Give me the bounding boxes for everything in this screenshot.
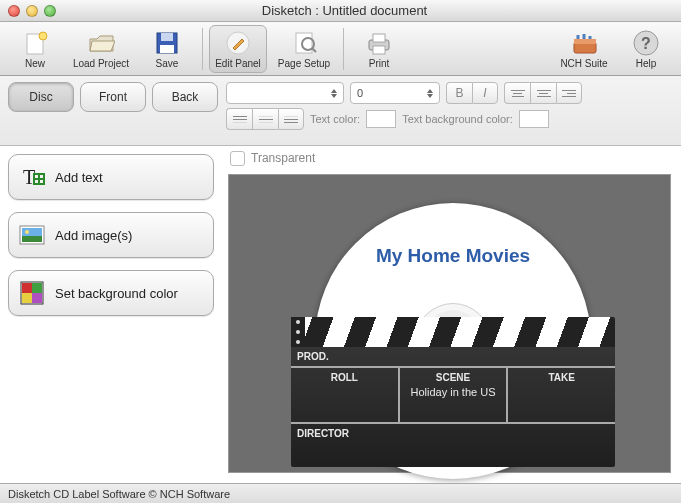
tab-disc[interactable]: Disc (8, 82, 74, 112)
clapper-scene-label: SCENE (436, 372, 470, 383)
status-bar: Disketch CD Label Software © NCH Softwar… (0, 483, 681, 503)
valign-top-button[interactable] (226, 108, 252, 130)
transparent-checkbox[interactable] (230, 151, 245, 166)
svg-rect-28 (32, 293, 42, 303)
svg-point-1 (39, 32, 47, 40)
clapperboard-image[interactable]: PROD. ROLL SCENEHoliday in the US TAKE D… (291, 317, 615, 467)
nch-suite-button[interactable]: NCH Suite (555, 25, 613, 73)
main-toolbar: New Load Project Save Edit Panel Page Se… (0, 22, 681, 76)
page-magnifier-icon (290, 29, 318, 57)
clapper-director-label: DIRECTOR (291, 424, 615, 443)
clapper-prod-label: PROD. (291, 347, 615, 366)
text-bg-color-swatch[interactable] (519, 110, 549, 128)
svg-rect-25 (22, 283, 32, 293)
toolbox-icon (570, 29, 598, 57)
help-button[interactable]: ? Help (617, 25, 675, 73)
format-bar: Disc Front Back 0 B I (0, 76, 681, 146)
clapper-stripes (291, 317, 615, 347)
add-text-icon: T (19, 164, 45, 190)
font-family-select[interactable] (226, 82, 344, 104)
toolbar-separator (202, 28, 203, 70)
floppy-disk-icon (153, 29, 181, 57)
printer-icon (365, 29, 393, 57)
add-text-button[interactable]: T Add text (8, 154, 214, 200)
svg-line-8 (312, 48, 316, 52)
stepper-icon (427, 89, 433, 98)
toolbar-separator (343, 28, 344, 70)
window-titlebar: Disketch : Untitled document (0, 0, 681, 22)
clapper-take-label: TAKE (508, 368, 615, 422)
svg-rect-11 (373, 46, 385, 54)
align-center-button[interactable] (530, 82, 556, 104)
add-images-button[interactable]: Add image(s) (8, 212, 214, 258)
svg-rect-21 (22, 236, 42, 242)
help-icon: ? (632, 29, 660, 57)
clapper-roll-label: ROLL (291, 368, 400, 422)
new-button[interactable]: New (6, 25, 64, 73)
print-button[interactable]: Print (350, 25, 408, 73)
clapper-scene-value: Holiday in the US (411, 386, 496, 398)
align-right-button[interactable] (556, 82, 582, 104)
edit-panel-button[interactable]: Edit Panel (209, 25, 267, 73)
text-color-swatch[interactable] (366, 110, 396, 128)
bold-button[interactable]: B (446, 82, 472, 104)
svg-point-23 (25, 230, 29, 234)
svg-rect-26 (32, 283, 42, 293)
set-background-color-button[interactable]: Set background color (8, 270, 214, 316)
align-left-button[interactable] (504, 82, 530, 104)
status-text: Disketch CD Label Software © NCH Softwar… (8, 488, 230, 500)
window-title: Disketch : Untitled document (16, 3, 673, 18)
page-setup-button[interactable]: Page Setup (271, 25, 337, 73)
italic-button[interactable]: I (472, 82, 498, 104)
svg-text:?: ? (641, 35, 651, 52)
transparent-label: Transparent (251, 151, 315, 165)
text-color-label: Text color: (310, 113, 360, 125)
pencil-circle-icon (224, 29, 252, 57)
load-project-button[interactable]: Load Project (68, 25, 134, 73)
svg-rect-3 (161, 33, 173, 41)
tab-back[interactable]: Back (152, 82, 218, 112)
stepper-icon (331, 89, 337, 98)
svg-rect-27 (22, 293, 32, 303)
view-tabs: Disc Front Back (8, 82, 218, 141)
save-button[interactable]: Save (138, 25, 196, 73)
folder-open-icon (87, 29, 115, 57)
clapper-hinge (291, 317, 305, 347)
picture-icon (19, 222, 45, 248)
svg-rect-13 (574, 39, 596, 44)
tab-front[interactable]: Front (80, 82, 146, 112)
edit-panel: T Add text Add image(s) Set background c… (0, 146, 222, 483)
valign-middle-button[interactable] (252, 108, 278, 130)
color-grid-icon (19, 280, 45, 306)
valign-bottom-button[interactable] (278, 108, 304, 130)
text-bg-color-label: Text background color: (402, 113, 513, 125)
new-document-icon (21, 29, 49, 57)
disc-title-text[interactable]: My Home Movies (315, 245, 591, 267)
design-canvas[interactable]: My Home Movies PROD. ROLL SCENEHoliday i… (228, 174, 671, 473)
svg-rect-4 (160, 45, 174, 53)
font-size-stepper[interactable]: 0 (350, 82, 440, 104)
svg-rect-10 (373, 34, 385, 42)
